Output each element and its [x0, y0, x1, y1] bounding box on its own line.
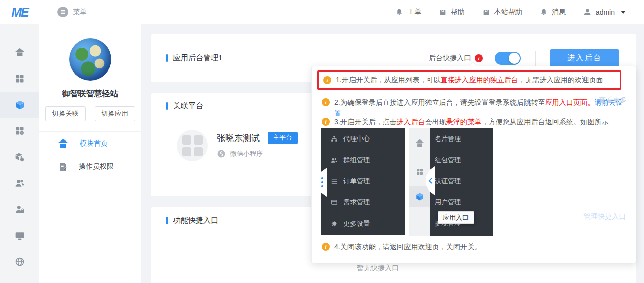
demo-menu-item: 名片管理	[430, 128, 493, 150]
home-icon	[57, 138, 69, 149]
bag-icon	[439, 8, 447, 16]
demo-left-menu: 代理中心 群组管理 订单管理 需求管理 更多设置	[321, 128, 405, 235]
home-icon	[415, 138, 424, 148]
users-icon	[15, 178, 25, 188]
username: admin	[596, 8, 615, 16]
demo-app-entry-tooltip: 应用入口	[438, 211, 474, 224]
switch-app-button[interactable]: 切换应用	[95, 106, 135, 121]
profile-menu-label: 模块首页	[80, 139, 108, 148]
bell-icon	[540, 8, 548, 16]
instruction-text: 4.关闭该功能，请返回应用欢迎页，关闭开关。	[334, 241, 482, 252]
demo-menu-item: 更多设置	[321, 213, 405, 234]
platform-type: 微信小程序	[230, 149, 263, 158]
cube-icon	[415, 192, 424, 201]
demo-menu-item: 群组管理	[321, 150, 405, 171]
platform-name: 张晓东测试	[217, 132, 260, 144]
demo-menu-item: 订单管理	[321, 171, 405, 192]
topbar-item-messages[interactable]: 消息	[540, 8, 566, 17]
site-avatar	[69, 38, 111, 81]
apps-gear-icon	[15, 126, 25, 136]
cube-icon	[15, 100, 25, 110]
apps-grid-icon	[416, 168, 424, 176]
cube-gear-icon	[15, 152, 25, 162]
gear-icon	[331, 220, 338, 227]
platform-avatar	[177, 130, 208, 161]
rail-item-users[interactable]	[0, 170, 39, 196]
instruction-text: 1.开启开关后，从应用列表，可以直接进入应用的独立后台，无需进入应用的欢迎页面	[336, 76, 603, 85]
topbar-item-label: 消息	[552, 8, 566, 17]
instruction-line-4: 4.关闭该功能，请返回应用欢迎页，关闭开关。	[322, 241, 624, 252]
info-icon-red[interactable]	[475, 54, 483, 62]
card-title-backend: 应用后台管理1	[166, 53, 222, 63]
topbar-item-label: 工单	[407, 8, 422, 17]
hamburger-circle-icon	[57, 7, 68, 17]
topbar-item-help[interactable]: 帮助	[439, 8, 465, 17]
backend-shortcut-tooltip-popup: 1.开启开关后，从应用列表，可以直接进入应用的独立后台，无需进入应用的欢迎页面 …	[311, 66, 636, 263]
info-icon-orange	[322, 243, 330, 251]
instruction-line-3: 3.开启开关后，点击进入后台会出现悬浮的菜单，方便您从应用后台返回系统。如图所示	[322, 116, 624, 127]
group-icon	[331, 157, 338, 164]
chevron-down-icon	[621, 11, 626, 14]
profile-menu-label: 操作员权限	[79, 162, 114, 171]
icon-rail: ME	[0, 0, 39, 283]
demo-drag-handle	[318, 168, 327, 197]
topbar-item-label: 本站帮助	[494, 8, 522, 17]
user-lock-icon	[15, 204, 25, 215]
topbar: 菜单 工单 帮助 本站帮助 消息	[39, 0, 644, 24]
profile-panel: 御智联智慧轻站 切换关联 切换应用 模块首页 操作员权限	[39, 24, 141, 283]
profile-menu-module-home[interactable]: 模块首页	[39, 132, 141, 155]
wechat-miniprogram-icon	[217, 149, 226, 158]
rail-item-module-settings[interactable]	[0, 118, 39, 144]
floating-menu-illustration: 代理中心 群组管理 订单管理 需求管理 更多设置	[321, 128, 504, 236]
shortcut-toggle-label: 后台快捷入口	[429, 54, 471, 63]
rail-item-apps[interactable]	[0, 65, 39, 92]
globe-icon	[15, 257, 25, 267]
apps-grid-icon	[15, 74, 25, 84]
menu-label: 菜单	[73, 8, 87, 17]
enter-backend-button[interactable]: 进入后台	[550, 49, 619, 67]
demo-menu-item: 用户管理	[430, 192, 493, 213]
info-icon-orange	[322, 98, 330, 106]
info-icon-orange	[322, 118, 330, 126]
rail-item-permissions[interactable]	[0, 196, 39, 223]
rail-item-app-backend[interactable]	[0, 92, 39, 118]
vertical-divider	[535, 51, 536, 66]
user-dropdown[interactable]: admin	[583, 8, 626, 16]
rail-item-product-settings[interactable]	[0, 144, 39, 170]
demo-menu-item: 认证管理	[430, 171, 493, 192]
demo-menu-item: 代理中心	[321, 128, 405, 150]
instruction-text: 3.开启开关后，点击进入后台会出现悬浮的菜单，方便您从应用后台返回系统。如图所示	[334, 116, 609, 127]
topbar-item-label: 帮助	[451, 8, 465, 17]
demo-menu-item: 需求管理	[321, 192, 405, 213]
rail-item-site[interactable]	[0, 249, 39, 275]
home-icon	[15, 47, 25, 57]
backend-shortcut-toggle[interactable]	[495, 52, 521, 65]
profile-menu-operator-permissions[interactable]: 操作员权限	[39, 155, 141, 178]
brand-logo: ME	[0, 0, 39, 24]
topbar-item-workorder[interactable]: 工单	[395, 8, 422, 17]
bag-icon	[482, 8, 490, 16]
document-edit-icon	[57, 162, 68, 172]
panel-icon	[331, 199, 338, 206]
chevron-left-icon	[428, 178, 433, 184]
info-icon-orange	[323, 76, 331, 84]
switch-association-button[interactable]: 切换关联	[45, 106, 86, 121]
sitemap-icon	[331, 135, 338, 143]
highlighted-instruction-line: 1.开启开关后，从应用列表，可以直接进入应用的独立后台，无需进入应用的欢迎页面	[317, 70, 621, 90]
toggle-knob	[509, 53, 520, 64]
site-name: 御智联智慧轻站	[39, 89, 141, 99]
rail-item-terminal[interactable]	[0, 223, 39, 249]
instruction-line-2: 2.为确保登录后直接进入应用独立后台，请先设置登录系统后跳转至应用入口页面。请前…	[322, 97, 624, 119]
menu-button[interactable]: 菜单	[57, 7, 87, 17]
topbar-item-site-help[interactable]: 本站帮助	[482, 8, 522, 17]
rail-item-home[interactable]	[0, 39, 39, 65]
monitor-icon	[15, 231, 25, 241]
demo-menu-item: 红包管理	[430, 150, 493, 171]
instruction-text: 2.为确保登录后直接进入应用独立后台，请先设置登录系统后跳转至应用入口页面。请前…	[334, 97, 624, 119]
main-platform-badge: 主平台	[268, 132, 298, 144]
user-icon	[583, 8, 592, 16]
list-icon	[331, 178, 338, 185]
bell-icon	[395, 8, 403, 16]
